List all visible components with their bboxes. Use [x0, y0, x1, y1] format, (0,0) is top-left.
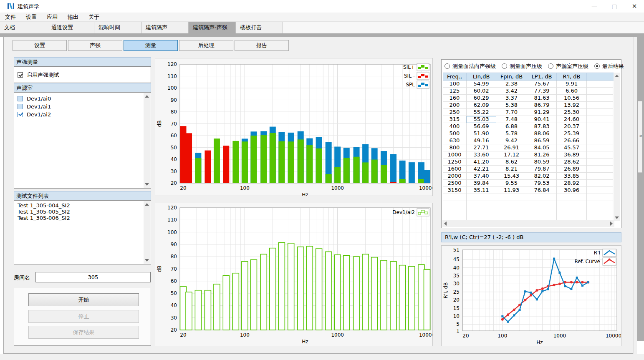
table-cell[interactable]	[587, 123, 613, 130]
table-cell[interactable]: 9.55	[496, 180, 527, 187]
table-cell[interactable]: 3.37	[496, 95, 527, 102]
table-cell[interactable]: 86.79	[527, 102, 557, 109]
table-cell[interactable]: 2000	[443, 173, 467, 180]
table-cell[interactable]: 15.43	[496, 173, 527, 180]
channel-checkbox[interactable]	[18, 96, 23, 101]
subtab-声强[interactable]: 声强	[68, 40, 122, 51]
enable-intensity-row[interactable]: 启用声强测试	[14, 71, 151, 79]
scroll-left-icon[interactable]	[444, 222, 447, 226]
table-cell[interactable]	[587, 166, 613, 173]
table-cell[interactable]	[587, 159, 613, 166]
table-cell[interactable]: 25.39	[557, 130, 587, 137]
table-cell[interactable]: 6.88	[496, 123, 527, 130]
channel-list-scrollbar[interactable]	[144, 93, 150, 188]
table-cell[interactable]	[587, 130, 613, 137]
table-cell[interactable]: 30.96	[557, 187, 587, 194]
table-cell[interactable]	[587, 137, 613, 144]
table-cell[interactable]	[587, 109, 613, 116]
close-button[interactable]: ✕	[625, 0, 644, 13]
menu-item-3[interactable]: 输出	[68, 13, 78, 21]
table-cell[interactable]: 24.60	[557, 116, 587, 123]
menu-item-1[interactable]: 设置	[26, 13, 37, 21]
table-cell[interactable]: 90.41	[527, 116, 557, 123]
radio-测量面声压级[interactable]	[502, 63, 507, 69]
table-cell[interactable]: 26.66	[557, 137, 587, 144]
table-cell[interactable]: 51.90	[467, 130, 496, 137]
table-cell[interactable]: 25.30	[557, 109, 587, 116]
scroll-down-icon[interactable]	[145, 259, 149, 262]
table-cell[interactable]: 5.78	[496, 130, 527, 137]
table-cell[interactable]: 3.42	[496, 88, 527, 95]
table-cell[interactable]: 79.87	[527, 166, 557, 173]
table-cell[interactable]: 91.29	[527, 109, 557, 116]
table-cell[interactable]: 17.12	[496, 151, 527, 159]
menu-item-0[interactable]: 文件	[5, 13, 16, 21]
table-vertical-scrollbar[interactable]	[614, 73, 620, 221]
table-cell[interactable]: 630	[443, 137, 467, 144]
channel-checkbox[interactable]	[18, 104, 23, 109]
table-cell[interactable]: 88.06	[527, 130, 557, 137]
channel-item-Dev1/ai1[interactable]: Dev1/ai1	[14, 103, 151, 111]
enable-intensity-checkbox[interactable]	[18, 72, 23, 78]
file-list-scrollbar[interactable]	[144, 201, 150, 264]
table-cell[interactable]	[587, 81, 613, 88]
table-cell[interactable]: 20.37	[557, 123, 587, 130]
table-cell[interactable]: 9.91	[557, 81, 587, 88]
table-cell[interactable]: 35.11	[467, 187, 496, 194]
table-cell[interactable]: 315	[443, 116, 467, 123]
scroll-up-icon[interactable]	[145, 95, 149, 98]
table-cell[interactable]: 10.56	[557, 95, 587, 102]
table-cell[interactable]	[587, 116, 613, 123]
scroll-down-icon[interactable]	[145, 183, 149, 186]
table-cell[interactable]: 26.91	[496, 144, 527, 151]
table-cell[interactable]: 56.69	[467, 123, 496, 130]
radio-测量面法向声强级[interactable]	[444, 63, 450, 69]
table-cell[interactable]: 82.02	[527, 173, 557, 180]
table-cell[interactable]: 81.26	[527, 151, 557, 159]
table-cell[interactable]: 37.40	[467, 173, 496, 180]
table-cell[interactable]: 125	[443, 88, 467, 95]
table-cell[interactable]: 84.05	[527, 144, 557, 151]
file-list-item[interactable]: Test 1_305-004_SI2	[14, 202, 151, 209]
file-list-item[interactable]: Test 1_305-005_SI2	[14, 209, 151, 215]
save-results-button[interactable]: 保存结果	[28, 326, 139, 339]
table-cell[interactable]: 81.63	[527, 95, 557, 102]
scroll-down-icon[interactable]	[615, 217, 619, 219]
table-cell[interactable]: 7.48	[496, 116, 527, 123]
tab-建筑隔声-声强[interactable]: 建筑隔声-声强	[189, 22, 236, 33]
tab-建筑隔声[interactable]: 建筑隔声	[141, 22, 189, 33]
table-cell[interactable]: 8.21	[496, 166, 527, 173]
subtab-报告[interactable]: 报告	[235, 40, 289, 51]
table-cell[interactable]: 42.21	[467, 166, 496, 173]
table-cell[interactable]: 33.60	[467, 151, 496, 159]
table-cell[interactable]: 2500	[443, 180, 467, 187]
table-cell[interactable]: 36.89	[557, 151, 587, 159]
table-cell[interactable]: 75.67	[527, 81, 557, 88]
maximize-button[interactable]: ▢	[605, 0, 624, 13]
table-cell[interactable]: 5.38	[496, 102, 527, 109]
table-cell[interactable]: 28.92	[557, 180, 587, 187]
tab-通道设置[interactable]: 通道设置	[47, 22, 94, 33]
table-cell[interactable]	[587, 102, 613, 109]
table-cell[interactable]: 1600	[443, 166, 467, 173]
collapse-panel-button[interactable]: <	[638, 101, 642, 173]
table-cell[interactable]	[587, 187, 613, 194]
table-cell[interactable]: 27.71	[467, 144, 496, 151]
table-cell[interactable]	[587, 151, 613, 159]
table-horizontal-scrollbar[interactable]	[442, 220, 614, 227]
table-cell[interactable]: 80.59	[527, 159, 557, 166]
tab-楼板打击[interactable]: 楼板打击	[236, 22, 283, 33]
table-cell[interactable]: 8.62	[496, 159, 527, 166]
table-cell[interactable]: 400	[443, 123, 467, 130]
tab-混响时间[interactable]: 混响时间	[94, 22, 141, 33]
table-cell[interactable]: 79.53	[527, 180, 557, 187]
table-cell[interactable]	[587, 180, 613, 187]
subtab-后处理[interactable]: 后处理	[179, 40, 233, 51]
table-cell[interactable]: 41.20	[467, 159, 496, 166]
radio-最后结果[interactable]	[594, 63, 600, 69]
table-cell[interactable]: 28.62	[557, 159, 587, 166]
room-name-input[interactable]: 305	[35, 272, 151, 282]
table-cell[interactable]: 60.29	[467, 95, 496, 102]
tab-文档[interactable]: 文档	[0, 22, 47, 33]
table-cell[interactable]: 3150	[443, 187, 467, 194]
